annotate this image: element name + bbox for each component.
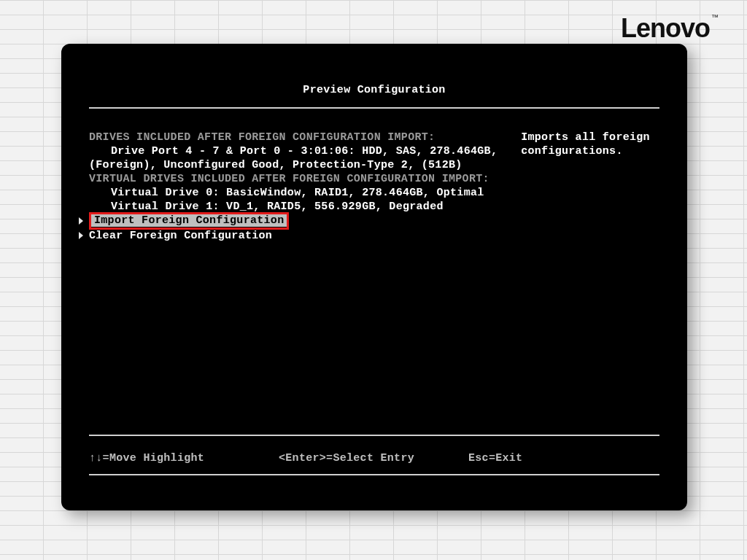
triangle-right-icon xyxy=(79,217,83,225)
red-highlight-box: Import Foreign Configuration xyxy=(89,212,289,230)
menu-clear[interactable]: Clear Foreign Configuration xyxy=(89,229,272,243)
trademark-icon: ™ xyxy=(711,13,718,21)
vd0-line: Virtual Drive 0: BasicWindow, RAID1, 278… xyxy=(89,186,498,200)
hint-move: ↑↓=Move Highlight xyxy=(89,451,279,465)
vd-header: VIRTUAL DRIVES INCLUDED AFTER FOREIGN CO… xyxy=(89,172,498,186)
drive-detail-line1: Drive Port 4 - 7 & Port 0 - 3:01:06: HDD… xyxy=(89,144,498,158)
menu-clear-row[interactable]: Clear Foreign Configuration xyxy=(89,228,498,243)
hint-enter: <Enter>=Select Entry xyxy=(279,451,468,465)
footer-hints: ↑↓=Move Highlight <Enter>=Select Entry E… xyxy=(89,451,659,465)
page-title: Preview Configuration xyxy=(61,44,687,107)
hint-esc: Esc=Exit xyxy=(468,451,659,465)
drives-header: DRIVES INCLUDED AFTER FOREIGN CONFIGURAT… xyxy=(89,131,498,144)
triangle-right-icon xyxy=(79,232,83,239)
drive-detail-line2: (Foreign), Unconfigured Good, Protection… xyxy=(89,158,498,172)
help-pane: Imports all foreign configurations. xyxy=(521,131,659,243)
divider-footer-top xyxy=(89,435,659,436)
logo-text: Lenovo xyxy=(621,13,710,43)
menu-import-row[interactable]: Import Foreign Configuration xyxy=(89,214,498,228)
divider-footer-bottom xyxy=(89,474,659,475)
content-area: DRIVES INCLUDED AFTER FOREIGN CONFIGURAT… xyxy=(61,109,687,243)
bios-terminal: Preview Configuration DRIVES INCLUDED AF… xyxy=(61,44,687,510)
page-background: Lenovo™ Preview Configuration DRIVES INC… xyxy=(0,0,747,560)
help-text: Imports all foreign configurations. xyxy=(521,131,659,158)
left-pane: DRIVES INCLUDED AFTER FOREIGN CONFIGURAT… xyxy=(89,131,498,243)
menu-import[interactable]: Import Foreign Configuration xyxy=(91,214,287,227)
lenovo-logo: Lenovo™ xyxy=(621,13,718,44)
